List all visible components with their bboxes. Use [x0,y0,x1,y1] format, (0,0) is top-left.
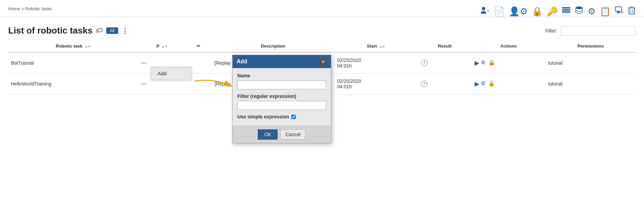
filter-input[interactable] [561,26,636,36]
gear-button[interactable]: ⚙ [481,80,486,87]
svg-rect-11 [629,8,634,14]
svg-rect-3 [562,9,570,11]
edit-icon: ✏ [197,43,200,49]
col-header-result: Result [418,40,472,52]
col-header-edit: ✏ [186,40,212,52]
add-modal: Add ✕ Name Filter (regular expression) U… [232,55,331,143]
modal-header: Add ✕ [233,55,331,68]
modal-container: Add ✕ Name Filter (regular expression) U… [232,55,331,143]
clipboard2-icon[interactable]: 📋 [600,6,611,17]
task-name: BotTutorial [8,52,138,74]
svg-text:+: + [487,9,489,13]
page-wrapper: + 📄 👤⚙ 🔒 🔑 ⚙ 📋 [0,0,644,218]
gear-button[interactable]: ⚙ [481,59,486,66]
sort-task[interactable]: ▲▼ [85,45,91,48]
task-start: 02/25/2020 04:01h [334,52,418,74]
users-gear-icon[interactable]: 👤⚙ [509,6,528,17]
svg-rect-8 [617,13,620,13]
breadcrumb-home[interactable]: Home [8,6,20,11]
database-arrow-icon[interactable] [575,6,584,17]
lock-icon[interactable]: 🔒 [532,6,543,17]
cancel-button[interactable]: Cancel [280,129,306,140]
task-result: 🕐 [418,52,472,74]
key-icon[interactable]: 🔑 [547,6,558,17]
simple-expr-checkbox[interactable] [291,115,296,119]
task-actions: ▶ ⚙ 🔒 [472,74,546,94]
svg-text:👁: 👁 [621,11,624,13]
svg-rect-6 [615,7,622,11]
modal-footer: OK Cancel [233,126,331,143]
modal-close-button[interactable]: ✕ [319,58,327,65]
top-toolbar: + 📄 👤⚙ 🔒 🔑 ⚙ 📋 [480,5,636,17]
arrow-indicator [191,76,236,94]
col-header-task: Robotic task ▲▼ [8,40,138,52]
tag-icon: 🏷 [96,27,103,35]
clock-icon: 🕐 [420,80,428,87]
svg-point-0 [482,7,485,10]
add-user-icon[interactable]: + [480,5,490,17]
stack-icon[interactable] [562,6,571,17]
filter-expr-label: Filter (regular expression) [237,93,326,99]
col-header-actions: Actions [472,40,546,52]
modal-body: Name Filter (regular expression) Use sim… [233,68,331,126]
sort-p[interactable]: ▲▼ [162,45,168,48]
filter-expr-input[interactable] [237,101,326,110]
svg-rect-2 [562,7,570,9]
play-button[interactable]: ▶ [475,80,479,88]
simple-expr-row: Use simple expression [237,114,326,119]
svg-point-5 [576,7,583,9]
filter-label: Filter: [545,28,557,34]
clock-icon: 🕐 [420,60,428,66]
modal-title: Add [237,59,247,65]
document-icon[interactable]: 📄 [494,6,505,17]
more-menu-button[interactable]: ⋮ [122,27,128,35]
svg-rect-4 [562,11,570,13]
page-header: List of robotic tasks 🏷 All ⋮ Filter: [0,20,644,39]
breadcrumb-current: Robotic tasks [25,6,52,11]
dropdown-menu: Add [150,67,191,80]
delete-icon[interactable] [628,6,636,17]
play-button[interactable]: ▶ [475,59,479,67]
breadcrumb-sep: > [21,6,24,11]
col-header-description: Description [212,40,334,52]
simple-expr-label: Use simple expression [237,114,289,119]
lock-button[interactable]: 🔒 [488,80,495,87]
task-actions: ▶ ⚙ 🔒 [472,52,546,74]
task-permissions: tutorial [545,74,636,94]
col-header-p: P ▲▼ [138,40,186,52]
task-start: 02/25/2020 04:01h [334,74,418,94]
name-label: Name [237,73,326,78]
dropdown-add-item[interactable]: Add [151,67,191,80]
name-input[interactable] [237,80,326,89]
sort-start[interactable]: ▲▼ [379,45,386,48]
ok-button[interactable]: OK [258,129,278,140]
lock-button[interactable]: 🔒 [488,59,495,66]
svg-rect-7 [617,12,619,13]
badge-all[interactable]: All [106,27,118,34]
settings2-icon[interactable]: ⚙ [588,6,596,17]
task-result: 🕐 [418,74,472,94]
task-permissions: tutorial [545,52,636,74]
col-header-permissions: Permissions [545,40,636,52]
task-name: HelloWorldTraining [8,74,138,94]
col-header-start: Start ▲▼ [334,40,418,52]
page-title: List of robotic tasks [8,25,93,36]
monitor2-icon[interactable]: 👁 [615,6,624,17]
